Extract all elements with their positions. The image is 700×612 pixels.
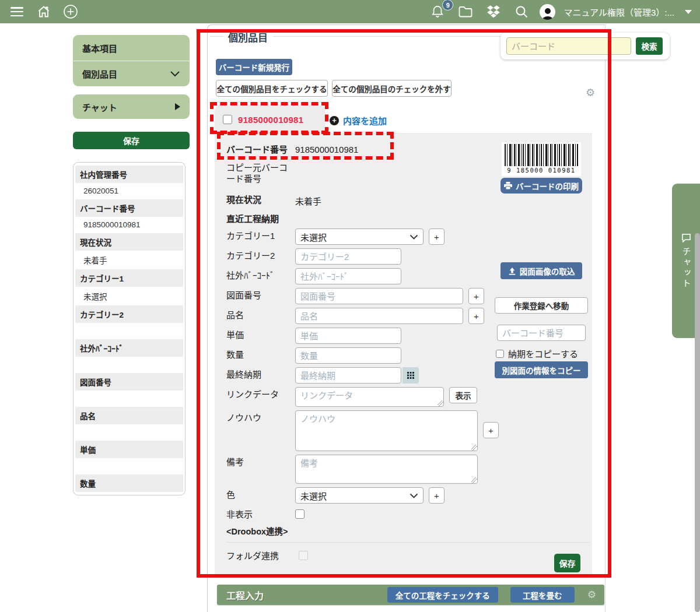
user-avatar-icon: [541, 7, 555, 20]
scrollbar-thumb[interactable]: [695, 233, 700, 612]
knowhow-row: ノウハウ+: [226, 410, 592, 451]
knowhow-textarea[interactable]: [295, 410, 478, 451]
add-content-link[interactable]: + 内容を追加: [330, 114, 387, 126]
unit-price-input[interactable]: [295, 328, 401, 344]
sidebar-field-label: カテゴリー1: [75, 269, 183, 287]
check-all-processes-button[interactable]: 全ての工程をチェックする: [387, 587, 498, 603]
search-button-topbar[interactable]: [512, 2, 531, 22]
copy-barcode-input[interactable]: [497, 325, 586, 341]
sidebar-field-label: 現在状況: [75, 233, 183, 251]
files-button[interactable]: [456, 2, 475, 22]
remarks-label: 備考: [226, 455, 295, 468]
quantity-input[interactable]: [295, 347, 401, 364]
notifications-button[interactable]: 9: [428, 2, 447, 22]
user-avatar[interactable]: [540, 4, 555, 20]
gear-icon[interactable]: ⚙: [586, 87, 595, 98]
hidden-row: 非表示: [226, 507, 592, 520]
sidebar-field-value: 9185000010981: [75, 217, 183, 233]
hidden-label: 非表示: [226, 507, 295, 520]
unit-price-label: 単価: [226, 328, 295, 341]
category1-select[interactable]: 未選択: [295, 228, 424, 245]
printer-icon: [504, 182, 512, 189]
drawing-number-input[interactable]: [295, 288, 463, 304]
color-add-button[interactable]: +: [429, 487, 444, 504]
search-icon: [514, 5, 528, 19]
goto-work-registration-button[interactable]: 作業登録へ移動: [495, 297, 588, 314]
drawing-number-label: 図面番号: [226, 288, 295, 301]
item-name-label: 品名: [226, 308, 295, 321]
color-row: 色未選択+: [226, 487, 592, 504]
chevron-down-icon: [410, 493, 418, 498]
item-name-input[interactable]: [295, 308, 463, 324]
sidebar-field-label: 品名: [75, 407, 183, 424]
color-label: 色: [226, 487, 295, 501]
dropbox-button[interactable]: [484, 2, 503, 22]
external-barcode-input[interactable]: [295, 268, 401, 284]
check-all-items-button[interactable]: 全ての個別品目をチェックする: [216, 80, 328, 97]
link-data-label: リンクデータ: [226, 387, 295, 400]
item-name-add-button[interactable]: +: [468, 308, 484, 324]
sidebar-field-label: カテゴリー2: [75, 305, 183, 323]
knowhow-label: ノウハウ: [226, 410, 295, 424]
droobox-heading: <Droobox連携>: [226, 525, 589, 543]
sidebar-field-value: [75, 357, 183, 372]
uncheck-all-items-button[interactable]: 全ての個別品目のチェックを外す: [332, 80, 452, 97]
final-due-date-input[interactable]: [295, 367, 401, 384]
search-submit-button[interactable]: 検索: [636, 37, 663, 55]
sidebar-item-chat[interactable]: チャット: [73, 94, 190, 119]
sidebar-field-value: [75, 323, 183, 339]
barcode-bars: [505, 144, 578, 166]
process-input-bar: 工程入力 全ての工程をチェックする 工程を畳む ⚙: [217, 585, 604, 605]
collapse-processes-button[interactable]: 工程を畳む: [510, 587, 575, 603]
color-select[interactable]: 未選択: [295, 487, 424, 504]
sidebar-item-label: チャット: [82, 101, 117, 113]
remarks-textarea[interactable]: [295, 455, 478, 484]
item-tab[interactable]: 9185000010981: [215, 106, 326, 133]
link-data-row: リンクデータ表示: [226, 387, 592, 407]
category2-label: カテゴリー2: [226, 248, 295, 262]
copy-due-row: 納期をコピーする: [496, 347, 578, 360]
gear-icon[interactable]: ⚙: [587, 590, 596, 600]
folder-link-checkbox[interactable]: [299, 551, 308, 560]
sidebar-save-button[interactable]: 保存: [73, 132, 190, 149]
sidebar-field-label: 数量: [75, 474, 183, 492]
copy-other-drawing-button[interactable]: 別図面の情報をコピー: [495, 361, 588, 378]
sidebar-fields: 社内管理番号26020051バーコード番号9185000010981現在状況未着…: [75, 166, 183, 495]
sidebar-item-individual[interactable]: 個別品目: [73, 61, 190, 86]
nearest-process-due-row: 直近工程納期: [226, 212, 592, 225]
chat-bubble-icon: [681, 233, 691, 242]
calendar-grid-icon: [407, 372, 414, 379]
form-save-button[interactable]: 保存: [554, 554, 580, 572]
caret-down-icon[interactable]: [685, 10, 692, 14]
folder-link-label: フォルダ連携: [226, 549, 279, 561]
sidebar-item-label: 基本項目: [82, 42, 117, 54]
sidebar-item-basic[interactable]: 基本項目: [73, 35, 190, 61]
item-checkbox[interactable]: [223, 115, 232, 124]
category1-add-button[interactable]: +: [429, 228, 444, 245]
print-barcode-label: バーコードの印刷: [516, 180, 579, 192]
drawing-number-add-button[interactable]: +: [468, 288, 484, 304]
link-data-show-button[interactable]: 表示: [449, 387, 477, 403]
top-bar: 9 マニュアル権限（管理3）:: [0, 0, 700, 23]
hidden-checkbox[interactable]: [295, 509, 304, 519]
nearest-process-due-label: 直近工程納期: [226, 212, 295, 225]
new-barcode-button[interactable]: バーコード新規発行: [216, 59, 292, 75]
hamburger-icon: [10, 7, 23, 16]
copy-due-checkbox[interactable]: [496, 350, 504, 358]
add-new-button[interactable]: [61, 2, 80, 22]
home-button[interactable]: [34, 2, 54, 22]
import-drawing-button[interactable]: 図面画像の取込: [501, 262, 582, 279]
print-barcode-button[interactable]: バーコードの印刷: [501, 178, 582, 194]
final-due-date-label: 最終納期: [226, 367, 295, 381]
calendar-picker-button[interactable]: [402, 367, 419, 384]
hamburger-menu-icon[interactable]: [7, 2, 27, 22]
barcode-search-input[interactable]: [506, 37, 631, 55]
barcode-image: 9 185000 010981: [502, 142, 581, 176]
current-status-value: 未着手: [295, 192, 321, 207]
category2-input[interactable]: [295, 248, 401, 265]
sidebar-nav: 基本項目 個別品目: [73, 35, 190, 86]
sidebar-field-value: [75, 391, 183, 406]
knowhow-add-button[interactable]: +: [483, 422, 499, 438]
link-data-textarea[interactable]: [295, 387, 444, 407]
barcode-digits: 9 185000 010981: [505, 167, 578, 174]
